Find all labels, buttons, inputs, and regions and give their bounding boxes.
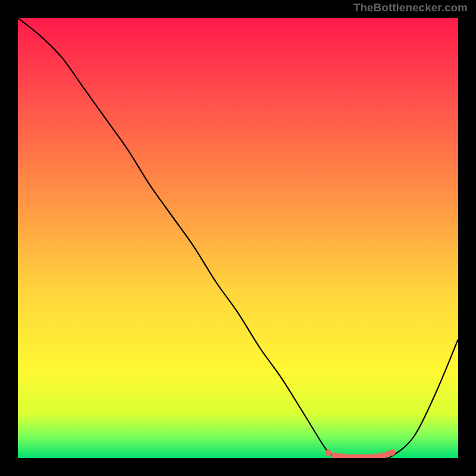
marker-dot (389, 449, 396, 456)
watermark-text: TheBottlenecker.com (353, 1, 468, 14)
curve-layer (18, 18, 458, 458)
chart-container: TheBottlenecker.com (0, 0, 476, 476)
bottleneck-curve (18, 18, 458, 458)
marker-dot (325, 450, 331, 456)
plot-area (18, 18, 458, 458)
optimal-range-markers (325, 449, 395, 458)
